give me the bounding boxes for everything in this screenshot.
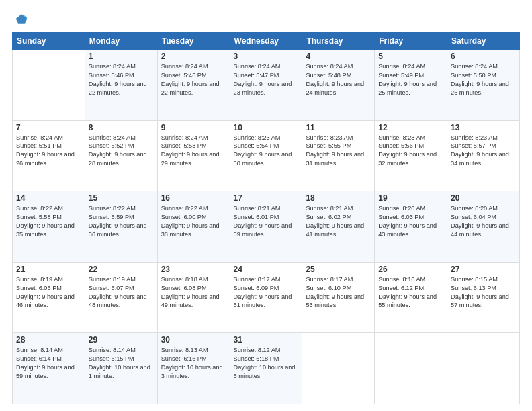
table-cell: 14Sunrise: 8:22 AMSunset: 5:58 PMDayligh… (13, 191, 85, 263)
table-cell (13, 50, 85, 121)
table-cell: 1Sunrise: 8:24 AMSunset: 5:46 PMDaylight… (85, 50, 157, 121)
day-info: Sunrise: 8:24 AMSunset: 5:48 PMDaylight:… (306, 62, 371, 97)
week-row-4: 21Sunrise: 8:19 AMSunset: 6:06 PMDayligh… (13, 262, 520, 333)
table-cell: 3Sunrise: 8:24 AMSunset: 5:47 PMDaylight… (230, 50, 302, 121)
day-info: Sunrise: 8:24 AMSunset: 5:49 PMDaylight:… (378, 62, 443, 97)
day-info: Sunrise: 8:24 AMSunset: 5:53 PMDaylight:… (161, 134, 226, 169)
calendar-table: SundayMondayTuesdayWednesdayThursdayFrid… (12, 32, 520, 404)
day-number: 2 (161, 52, 226, 61)
day-number: 1 (89, 52, 154, 61)
day-number: 5 (378, 52, 443, 61)
day-info: Sunrise: 8:16 AMSunset: 6:12 PMDaylight:… (378, 275, 443, 310)
table-cell: 30Sunrise: 8:13 AMSunset: 6:16 PMDayligh… (157, 333, 230, 404)
weekday-header-saturday: Saturday (447, 33, 520, 50)
table-cell (302, 333, 375, 404)
table-cell: 31Sunrise: 8:12 AMSunset: 6:18 PMDayligh… (230, 333, 302, 404)
table-cell: 7Sunrise: 8:24 AMSunset: 5:51 PMDaylight… (13, 120, 85, 191)
table-cell: 12Sunrise: 8:23 AMSunset: 5:56 PMDayligh… (375, 120, 447, 191)
table-cell: 16Sunrise: 8:22 AMSunset: 6:00 PMDayligh… (157, 191, 230, 263)
page: SundayMondayTuesdayWednesdayThursdayFrid… (0, 0, 532, 411)
table-cell: 18Sunrise: 8:21 AMSunset: 6:02 PMDayligh… (302, 191, 375, 263)
table-cell (375, 333, 447, 404)
day-info: Sunrise: 8:23 AMSunset: 5:57 PMDaylight:… (451, 134, 516, 169)
day-info: Sunrise: 8:14 AMSunset: 6:15 PMDaylight:… (89, 346, 154, 381)
day-number: 16 (161, 193, 226, 203)
day-number: 8 (89, 123, 154, 132)
day-number: 9 (161, 123, 226, 132)
table-cell: 8Sunrise: 8:24 AMSunset: 5:52 PMDaylight… (85, 120, 157, 191)
day-number: 23 (161, 265, 226, 274)
table-cell: 21Sunrise: 8:19 AMSunset: 6:06 PMDayligh… (13, 262, 85, 333)
weekday-header-tuesday: Tuesday (157, 33, 230, 50)
table-cell: 13Sunrise: 8:23 AMSunset: 5:57 PMDayligh… (447, 120, 520, 191)
day-info: Sunrise: 8:22 AMSunset: 5:58 PMDaylight:… (16, 204, 81, 239)
day-number: 15 (89, 193, 154, 203)
week-row-2: 7Sunrise: 8:24 AMSunset: 5:51 PMDaylight… (13, 120, 520, 191)
weekday-header-friday: Friday (375, 33, 447, 50)
day-number: 4 (306, 52, 371, 61)
day-number: 22 (89, 265, 154, 274)
day-number: 11 (306, 123, 371, 132)
day-number: 13 (451, 123, 516, 132)
day-number: 30 (161, 335, 226, 345)
day-info: Sunrise: 8:23 AMSunset: 5:56 PMDaylight:… (378, 134, 443, 169)
table-cell: 19Sunrise: 8:20 AMSunset: 6:03 PMDayligh… (375, 191, 447, 263)
weekday-header-row: SundayMondayTuesdayWednesdayThursdayFrid… (13, 33, 520, 50)
header (12, 12, 520, 26)
day-info: Sunrise: 8:20 AMSunset: 6:04 PMDaylight:… (451, 204, 516, 239)
weekday-header-thursday: Thursday (302, 33, 375, 50)
day-info: Sunrise: 8:14 AMSunset: 6:14 PMDaylight:… (16, 346, 81, 381)
table-cell: 23Sunrise: 8:18 AMSunset: 6:08 PMDayligh… (157, 262, 230, 333)
day-number: 27 (451, 265, 516, 274)
table-cell: 20Sunrise: 8:20 AMSunset: 6:04 PMDayligh… (447, 191, 520, 263)
day-info: Sunrise: 8:24 AMSunset: 5:46 PMDaylight:… (89, 62, 154, 97)
day-number: 6 (451, 52, 516, 61)
day-number: 3 (234, 52, 299, 61)
day-number: 18 (306, 193, 371, 203)
day-number: 28 (16, 335, 81, 345)
table-cell: 10Sunrise: 8:23 AMSunset: 5:54 PMDayligh… (230, 120, 302, 191)
day-info: Sunrise: 8:23 AMSunset: 5:54 PMDaylight:… (234, 134, 299, 169)
week-row-3: 14Sunrise: 8:22 AMSunset: 5:58 PMDayligh… (13, 191, 520, 263)
day-number: 7 (16, 123, 81, 132)
table-cell: 27Sunrise: 8:15 AMSunset: 6:13 PMDayligh… (447, 262, 520, 333)
day-info: Sunrise: 8:24 AMSunset: 5:46 PMDaylight:… (161, 62, 226, 97)
day-number: 20 (451, 193, 516, 203)
day-number: 24 (234, 265, 299, 274)
day-number: 21 (16, 265, 81, 274)
table-cell: 5Sunrise: 8:24 AMSunset: 5:49 PMDaylight… (375, 50, 447, 121)
day-info: Sunrise: 8:12 AMSunset: 6:18 PMDaylight:… (234, 346, 299, 381)
day-info: Sunrise: 8:24 AMSunset: 5:50 PMDaylight:… (451, 62, 516, 97)
table-cell: 4Sunrise: 8:24 AMSunset: 5:48 PMDaylight… (302, 50, 375, 121)
table-cell: 24Sunrise: 8:17 AMSunset: 6:09 PMDayligh… (230, 262, 302, 333)
week-row-1: 1Sunrise: 8:24 AMSunset: 5:46 PMDaylight… (13, 50, 520, 121)
weekday-header-monday: Monday (85, 33, 157, 50)
table-cell: 29Sunrise: 8:14 AMSunset: 6:15 PMDayligh… (85, 333, 157, 404)
table-cell: 17Sunrise: 8:21 AMSunset: 6:01 PMDayligh… (230, 191, 302, 263)
day-info: Sunrise: 8:15 AMSunset: 6:13 PMDaylight:… (451, 275, 516, 310)
table-cell: 9Sunrise: 8:24 AMSunset: 5:53 PMDaylight… (157, 120, 230, 191)
table-cell: 6Sunrise: 8:24 AMSunset: 5:50 PMDaylight… (447, 50, 520, 121)
table-cell: 22Sunrise: 8:19 AMSunset: 6:07 PMDayligh… (85, 262, 157, 333)
day-info: Sunrise: 8:22 AMSunset: 6:00 PMDaylight:… (161, 204, 226, 239)
table-cell: 28Sunrise: 8:14 AMSunset: 6:14 PMDayligh… (13, 333, 85, 404)
table-cell: 15Sunrise: 8:22 AMSunset: 5:59 PMDayligh… (85, 191, 157, 263)
day-number: 17 (234, 193, 299, 203)
day-info: Sunrise: 8:21 AMSunset: 6:02 PMDaylight:… (306, 204, 371, 239)
table-cell: 11Sunrise: 8:23 AMSunset: 5:55 PMDayligh… (302, 120, 375, 191)
day-info: Sunrise: 8:21 AMSunset: 6:01 PMDaylight:… (234, 204, 299, 239)
day-info: Sunrise: 8:19 AMSunset: 6:06 PMDaylight:… (16, 275, 81, 310)
day-info: Sunrise: 8:20 AMSunset: 6:03 PMDaylight:… (378, 204, 443, 239)
logo-icon (15, 12, 28, 26)
day-number: 10 (234, 123, 299, 132)
logo (12, 12, 31, 26)
day-info: Sunrise: 8:24 AMSunset: 5:51 PMDaylight:… (16, 134, 81, 169)
table-cell: 2Sunrise: 8:24 AMSunset: 5:46 PMDaylight… (157, 50, 230, 121)
day-number: 31 (234, 335, 299, 345)
day-number: 29 (89, 335, 154, 345)
weekday-header-wednesday: Wednesday (230, 33, 302, 50)
day-info: Sunrise: 8:23 AMSunset: 5:55 PMDaylight:… (306, 134, 371, 169)
day-info: Sunrise: 8:22 AMSunset: 5:59 PMDaylight:… (89, 204, 154, 239)
day-number: 14 (16, 193, 81, 203)
day-info: Sunrise: 8:18 AMSunset: 6:08 PMDaylight:… (161, 275, 226, 310)
